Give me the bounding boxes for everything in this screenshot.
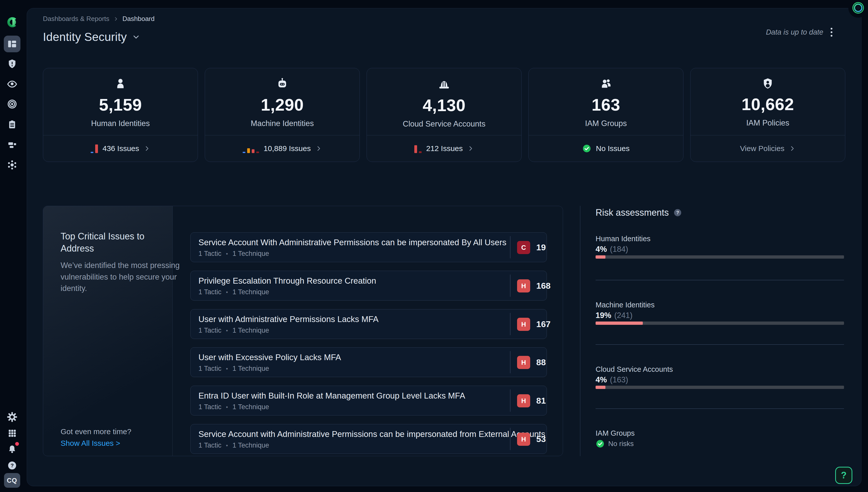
issues-link-human[interactable]: 436 Issues <box>43 135 198 162</box>
issue-row[interactable]: Privilege Escalation Through Resource Cr… <box>190 271 547 300</box>
eye-icon <box>6 78 18 90</box>
no-issues-status: No Issues <box>529 135 683 162</box>
apps-grid-icon <box>7 428 17 438</box>
stat-card-iam-policies: 10,662 IAM Policies View Policies <box>690 68 845 162</box>
issues-link-machine[interactable]: 10,889 Issues <box>205 135 359 162</box>
severity-badge: H <box>517 394 530 408</box>
mini-bar-chart <box>414 144 422 153</box>
sync-status-button[interactable] <box>852 1 865 14</box>
issue-title: Privilege Escalation Through Resource Cr… <box>199 276 376 286</box>
chevron-right-icon <box>315 145 322 152</box>
sidebar-item-apps[interactable] <box>0 425 24 442</box>
chevron-right-icon <box>789 145 795 152</box>
issue-title: Service Account With Administrative Perm… <box>199 238 507 247</box>
sidebar-user-avatar[interactable]: CQ <box>0 473 24 488</box>
chevron-right-icon <box>144 145 150 152</box>
stat-value: 10,662 <box>741 95 794 114</box>
sidebar-item-widgets[interactable] <box>0 137 24 153</box>
view-policies-label: View Policies <box>740 144 785 153</box>
breadcrumb: Dashboards & Reports Dashboard <box>43 15 154 23</box>
sidebar-item-help[interactable]: ? <box>0 457 24 474</box>
issue-meta: 1 Tactic • 1 Technique <box>199 326 269 335</box>
issue-title: User with Administrative Permissions Lac… <box>199 315 379 324</box>
issue-meta: 1 Tactic • 1 Technique <box>199 250 269 257</box>
severity-badge: H <box>517 279 530 293</box>
risk-percent: 19% <box>595 311 611 320</box>
dashboard-title-dropdown[interactable]: Identity Security <box>43 30 140 44</box>
issue-count: 167 <box>536 319 551 329</box>
issue-row[interactable]: Service Account With Administrative Perm… <box>190 232 547 262</box>
issue-title: User with Excessive Policy Lacks MFA <box>199 352 341 362</box>
top-critical-issues-card: Top Critical Issues to Address We’ve ide… <box>43 206 563 456</box>
question-circle-icon[interactable]: ? <box>673 208 682 217</box>
stat-label: IAM Groups <box>585 119 627 128</box>
brand-logo-icon <box>5 16 19 29</box>
blocks-icon <box>7 140 18 150</box>
view-policies-link[interactable]: View Policies <box>690 135 845 162</box>
sidebar-item-target[interactable] <box>0 96 24 113</box>
svg-text:?: ? <box>10 463 14 468</box>
data-status-text: Data is up to date <box>766 28 823 36</box>
help-fab-button[interactable]: ? <box>835 467 852 484</box>
divider <box>595 409 844 409</box>
issue-row[interactable]: User with Excessive Policy Lacks MFA 1 T… <box>190 347 547 377</box>
sidebar-item-reports[interactable] <box>0 116 24 133</box>
issue-meta: 1 Tactic • 1 Technique <box>199 403 269 411</box>
risk-item-label: Machine Identities <box>595 301 655 309</box>
issue-row[interactable]: Entra ID User with Built-In Role at Mana… <box>190 386 547 416</box>
issue-row[interactable]: Service Account with Administrative Perm… <box>190 424 547 454</box>
issue-meta: 1 Tactic • 1 Technique <box>199 365 269 372</box>
stat-card-cloud-service-accounts: 4,130 Cloud Service Accounts 212 Issues <box>366 68 521 162</box>
severity-badge: C <box>517 241 530 254</box>
issue-count: 88 <box>536 358 546 367</box>
sidebar-item-dashboard[interactable] <box>0 35 24 52</box>
issues-link-cloud[interactable]: 212 Issues <box>367 135 521 162</box>
help-circle-icon: ? <box>7 461 17 470</box>
no-risks-label: No risks <box>608 440 634 448</box>
stat-value: 5,159 <box>99 95 142 115</box>
issue-title: Service Account with Administrative Perm… <box>199 429 545 439</box>
no-issues-label: No Issues <box>596 144 630 153</box>
stat-label: Human Identities <box>91 119 150 128</box>
issues-count-label: 212 Issues <box>426 144 463 153</box>
show-all-issues-link[interactable]: Show All Issues > <box>60 439 120 447</box>
critical-issues-subtitle: We’ve identified the most pressing vulne… <box>60 260 182 294</box>
main-panel: Dashboards & Reports Dashboard Identity … <box>27 8 862 486</box>
sidebar-item-visibility[interactable] <box>0 76 24 93</box>
risk-assessments-panel: Risk assessments ? Human Identities 4% (… <box>595 206 844 456</box>
risk-item-label: Cloud Service Accounts <box>595 365 673 373</box>
issue-row[interactable]: User with Administrative Permissions Lac… <box>190 309 547 339</box>
risk-count: (241) <box>614 311 633 320</box>
issue-count: 81 <box>536 396 546 405</box>
check-circle-icon <box>595 439 605 448</box>
risk-assessments-title: Risk assessments <box>595 207 669 218</box>
breadcrumb-parent[interactable]: Dashboards & Reports <box>43 15 109 23</box>
no-risks-status: No risks <box>595 439 634 448</box>
dashboard-icon <box>7 39 18 49</box>
chevron-right-icon <box>467 145 474 152</box>
issue-meta: 1 Tactic • 1 Technique <box>199 442 269 449</box>
severity-badge: H <box>517 318 530 331</box>
risk-progress-bar <box>595 386 844 389</box>
help-fab-label: ? <box>841 470 846 481</box>
svg-text:?: ? <box>676 210 679 215</box>
shield-alert-icon <box>7 58 18 69</box>
stat-card-machine-identities: 1,290 Machine Identities 10,889 Issues <box>205 68 360 162</box>
sidebar-item-settings[interactable] <box>0 409 24 425</box>
risk-percent: 4% <box>595 245 607 254</box>
sidebar-item-threats[interactable] <box>0 55 24 72</box>
risk-progress-bar <box>595 321 844 325</box>
target-icon <box>7 99 18 109</box>
sidebar-item-network[interactable] <box>0 156 24 173</box>
risk-item-label: Human Identities <box>595 235 650 243</box>
sidebar-item-notifications[interactable] <box>0 441 24 458</box>
mini-bar-chart <box>91 144 98 153</box>
issue-count: 19 <box>536 243 546 252</box>
avatar[interactable]: CQ <box>4 473 20 488</box>
severity-badge: H <box>517 433 530 446</box>
clipboard-icon <box>7 120 17 129</box>
more-options-button[interactable] <box>826 26 837 38</box>
divider <box>595 280 844 280</box>
chevron-down-icon <box>132 33 140 41</box>
issue-count: 168 <box>536 281 551 291</box>
